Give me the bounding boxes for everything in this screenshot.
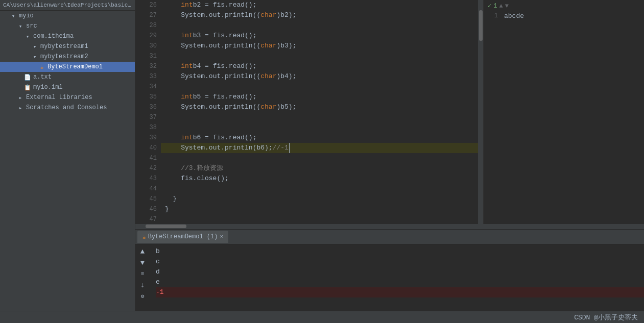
code-line-46: } <box>161 204 478 214</box>
code-line-42: //3.释放资源 <box>161 163 478 173</box>
iml-file-icon: 📋 <box>23 83 32 91</box>
sidebar-item-label: mybytestream2 <box>40 53 88 60</box>
close-tab-button[interactable]: × <box>220 234 223 240</box>
bottom-tab-label: ByteStreamDemo1 (1) <box>148 233 218 240</box>
line-num-28: 28 <box>137 20 157 31</box>
csdn-badge: CSDN @小黑子史蒂夫 <box>574 313 638 322</box>
sidebar-item-mybytestream2[interactable]: ▾ mybytestream2 <box>0 52 135 62</box>
console-line-neg1: -1 <box>156 287 644 297</box>
code-line-45: } <box>161 194 478 204</box>
line-num-39: 39 <box>137 133 157 143</box>
line-num-41: 41 <box>137 153 157 163</box>
sidebar-item-bytestreamdemo1[interactable]: ☕ ByteStreamDemo1 <box>0 62 135 72</box>
console-line-b: b <box>156 246 644 257</box>
sidebar-item-label: a.txt <box>33 73 52 81</box>
line-num-35: 35 <box>137 92 157 102</box>
h-scrollbar-thumb[interactable] <box>146 225 186 228</box>
console-line-c: c <box>156 257 644 267</box>
code-content[interactable]: int b2 = fis.read(); System.out.println(… <box>161 0 478 224</box>
bottom-tab-bar: ☕ ByteStreamDemo1 (1) × <box>135 229 644 244</box>
line-numbers: 26 27 28 29 30 31 32 33 34 35 36 37 38 3… <box>135 0 161 224</box>
sidebar-item-label: Scratches and Consoles <box>26 104 107 111</box>
format-button[interactable]: ≡ <box>137 269 148 279</box>
folder-closed-icon: ▸ <box>16 104 25 112</box>
folder-open-icon: ▾ <box>31 42 39 51</box>
sidebar-item-mybytestream1[interactable]: ▾ mybytestream1 <box>0 41 135 52</box>
sidebar-item-src[interactable]: ▾ src <box>0 21 135 31</box>
code-line-30: System.out.println((char)b3); <box>161 41 478 51</box>
text-file-icon: 📄 <box>23 73 32 81</box>
editor-area: 26 27 28 29 30 31 32 33 34 35 36 37 38 3… <box>135 0 644 311</box>
code-panel: 26 27 28 29 30 31 32 33 34 35 36 37 38 3… <box>135 0 644 224</box>
scroll-up-button[interactable]: ▲ <box>137 246 148 257</box>
vertical-scrollbar[interactable] <box>478 0 483 224</box>
bottom-tab-bytestreamdemo1[interactable]: ☕ ByteStreamDemo1 (1) × <box>137 231 228 243</box>
line-num-36: 36 <box>137 102 157 112</box>
check-icon: ✓ <box>488 2 491 10</box>
code-line-29: int b3 = fis.read(); <box>161 31 478 41</box>
sidebar-item-label: mybytestream1 <box>40 43 88 50</box>
console-text-neg1: -1 <box>156 287 164 297</box>
sidebar-item-label: com.itheima <box>33 33 74 40</box>
code-line-39: int b6 = fis.read(); <box>161 133 478 143</box>
sidebar-item-label: External Libraries <box>26 94 92 101</box>
sidebar-item-label: myio.iml <box>33 84 63 91</box>
download-button[interactable]: ↓ <box>137 280 148 290</box>
main-area: CA\Users\alienware\IdeaProjects\basic-co… <box>0 0 644 311</box>
sidebar-item-myioiml[interactable]: 📋 myio.iml <box>0 82 135 92</box>
code-line-26: int b2 = fis.read(); <box>161 0 478 10</box>
code-line-38 <box>161 122 478 133</box>
settings-button[interactable]: ⚙ <box>137 291 148 302</box>
sidebar-item-external-libraries[interactable]: ▸ External Libraries <box>0 92 135 103</box>
code-line-27: System.out.println((char)b2); <box>161 10 478 20</box>
sidebar-item-myio[interactable]: ▾ myio <box>0 11 135 21</box>
sidebar-item-scratches[interactable]: ▸ Scratches and Consoles <box>0 103 135 113</box>
java-tab-icon: ☕ <box>142 234 146 240</box>
folder-open-icon: ▾ <box>9 12 17 20</box>
scroll-down-button[interactable]: ▼ <box>137 258 148 268</box>
folder-open-icon: ▾ <box>23 32 32 40</box>
sidebar-item-comitheima[interactable]: ▾ com.itheima <box>0 31 135 41</box>
folder-open-icon: ▾ <box>31 53 39 61</box>
console-line-d: d <box>156 267 644 277</box>
line-num-40: 40 <box>137 143 157 153</box>
line-num-31: 31 <box>137 51 157 61</box>
scrollbar-thumb[interactable] <box>479 10 483 41</box>
console-text-b: b <box>156 246 160 257</box>
code-line-35: int b5 = fis.read(); <box>161 92 478 102</box>
code-line-47 <box>161 214 478 224</box>
right-line-text: abcde <box>504 12 524 20</box>
nav-down[interactable]: ▼ <box>505 3 509 10</box>
folder-open-icon: ▾ <box>16 22 25 30</box>
line-num-27: 27 <box>137 10 157 20</box>
sidebar: CA\Users\alienware\IdeaProjects\basic-co… <box>0 0 135 311</box>
code-line-34 <box>161 82 478 92</box>
line-num-44: 44 <box>137 184 157 194</box>
horizontal-scrollbar[interactable] <box>135 224 644 229</box>
line-num-26: 26 <box>137 0 157 10</box>
code-line-32: int b4 = fis.read(); <box>161 61 478 71</box>
code-line-36: System.out.println((char)b5); <box>161 102 478 112</box>
right-line-1: 1 abcde <box>488 11 640 21</box>
line-num-38: 38 <box>137 122 157 133</box>
line-num-37: 37 <box>137 112 157 122</box>
keyword-int: int <box>181 0 193 10</box>
line-num-30: 30 <box>137 41 157 51</box>
sidebar-item-label: ByteStreamDemo1 <box>47 63 103 70</box>
status-bar: CSDN @小黑子史蒂夫 <box>0 311 644 323</box>
sidebar-item-label: myio <box>19 12 34 19</box>
check-line: ✓ 1 ▲ ▼ <box>488 2 640 10</box>
console-left-icons: ▲ ▼ ≡ ↓ ⚙ <box>137 246 148 302</box>
code-line-31 <box>161 51 478 61</box>
sidebar-item-label: src <box>26 22 37 30</box>
line-num-42: 42 <box>137 163 157 173</box>
line-num-47: 47 <box>137 214 157 224</box>
nav-up[interactable]: ▲ <box>499 3 503 10</box>
code-line-28 <box>161 20 478 31</box>
sidebar-item-atxt[interactable]: 📄 a.txt <box>0 72 135 82</box>
code-line-37 <box>161 112 478 122</box>
console-line-e: e <box>156 277 644 287</box>
line-num-33: 33 <box>137 71 157 82</box>
check-count: 1 <box>493 3 497 10</box>
code-line-41 <box>161 153 478 163</box>
